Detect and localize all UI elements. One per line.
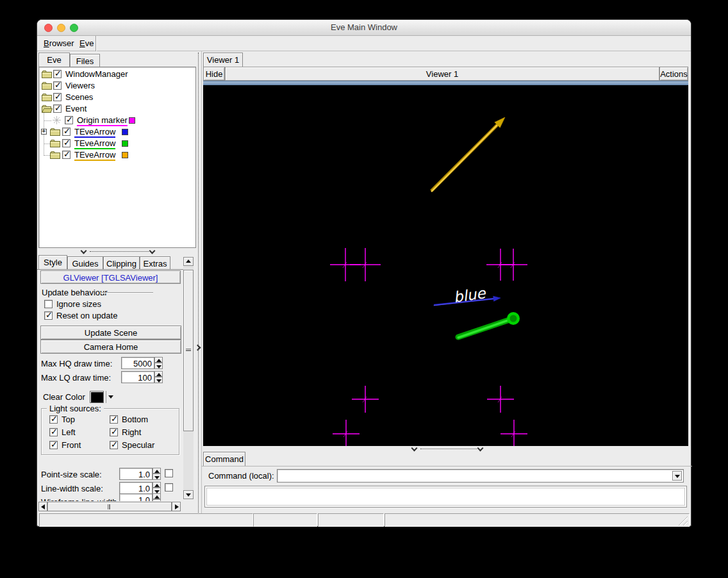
gl-viewport[interactable]: blue	[203, 85, 688, 446]
tree-item-origin-marker[interactable]: Origin marker	[39, 115, 195, 126]
collapse-up-icon[interactable]	[149, 248, 156, 254]
tree-item-label[interactable]: Viewers	[65, 81, 95, 92]
step-up-icon[interactable]	[154, 357, 163, 363]
collapse-up-icon[interactable]	[81, 248, 87, 254]
splitter-dotted-line	[420, 449, 477, 449]
command-output[interactable]	[204, 486, 687, 508]
tree-checkbox[interactable]	[62, 139, 70, 147]
scroll-up-icon[interactable]	[183, 257, 194, 266]
clear-color-swatch[interactable]	[90, 391, 104, 403]
tree-item-label[interactable]: TEveArrow	[74, 138, 115, 149]
tab-clipping[interactable]: Clipping	[103, 256, 140, 270]
scroll-left-icon[interactable]	[38, 502, 47, 511]
command-input[interactable]	[277, 469, 684, 483]
combo-dropdown-icon[interactable]	[672, 471, 682, 481]
tree-item-tevearrow-yellow[interactable]: TEveArrow	[39, 149, 195, 161]
tree-checkbox[interactable]	[53, 70, 62, 78]
title-bar[interactable]: Eve Main Window	[37, 20, 691, 36]
collapse-left-icon[interactable]	[195, 345, 201, 351]
tree-item-label[interactable]: Scenes	[65, 92, 93, 103]
line-width-input[interactable]: 1.0	[119, 482, 153, 494]
actions-button[interactable]: Actions	[659, 67, 688, 81]
max-lq-stepper[interactable]	[154, 371, 163, 383]
scroll-right-icon[interactable]	[172, 502, 181, 511]
tree-checkbox[interactable]	[53, 104, 62, 113]
scroll-down-icon[interactable]	[183, 490, 194, 499]
step-up-icon[interactable]	[154, 371, 163, 377]
max-lq-input[interactable]: 100	[121, 371, 154, 383]
collapse-up-icon[interactable]	[477, 445, 484, 452]
max-hq-input[interactable]: 5000	[121, 357, 154, 369]
status-bar-cell	[318, 513, 384, 527]
point-size-stepper[interactable]	[153, 468, 161, 480]
step-down-icon[interactable]	[153, 474, 161, 480]
hide-button[interactable]: Hide	[203, 67, 225, 81]
tree-item-windowmanager[interactable]: WindowManager	[39, 69, 195, 80]
menu-bar-divider	[95, 36, 97, 51]
light-left-checkbox[interactable]	[49, 428, 58, 436]
menu-eve[interactable]: Eve	[77, 38, 96, 49]
step-down-icon[interactable]	[153, 499, 161, 501]
update-scene-button[interactable]: Update Scene	[40, 326, 181, 340]
tab-eve[interactable]: Eve	[38, 53, 70, 67]
gl-viewer-editor: GLViewer [TGLSAViewer] Update behaviour …	[38, 270, 183, 501]
tree-item-tevearrow-green[interactable]: TEveArrow	[39, 138, 195, 149]
step-down-icon[interactable]	[154, 377, 163, 383]
step-down-icon[interactable]	[154, 363, 163, 369]
viewer-highlight-strip	[203, 81, 688, 85]
tab-files[interactable]: Files	[70, 54, 100, 67]
light-bottom-checkbox[interactable]	[110, 415, 118, 424]
tree-item-scenes[interactable]: Scenes	[39, 92, 195, 103]
light-top-checkbox[interactable]	[49, 415, 58, 424]
tree-checkbox[interactable]	[62, 151, 70, 159]
tree-item-label[interactable]: Origin marker	[77, 115, 128, 126]
tab-style[interactable]: Style	[38, 255, 67, 270]
reset-on-update-checkbox[interactable]	[44, 311, 53, 320]
arrow-label-blue: blue	[452, 285, 488, 306]
tree-item-label[interactable]: TEveArrow	[74, 127, 115, 138]
tree-item-label[interactable]: WindowManager	[65, 69, 128, 80]
tab-command[interactable]: Command	[203, 452, 245, 466]
tree-editor-splitter[interactable]	[37, 248, 196, 255]
tree-item-label[interactable]: TEveArrow	[74, 150, 115, 161]
ignore-sizes-checkbox[interactable]	[44, 300, 53, 308]
step-up-icon[interactable]	[153, 482, 161, 488]
tree-checkbox[interactable]	[53, 81, 62, 90]
light-front-checkbox[interactable]	[49, 441, 58, 449]
tree-item-event[interactable]: Event	[39, 103, 195, 115]
max-hq-stepper[interactable]	[154, 357, 163, 369]
step-up-icon[interactable]	[153, 468, 161, 474]
collapse-up-icon[interactable]	[411, 445, 418, 452]
glviewer-button[interactable]: GLViewer [TGLSAViewer]	[40, 270, 181, 284]
tree-checkbox[interactable]	[65, 116, 73, 124]
scrollbar-thumb[interactable]	[47, 502, 172, 511]
scrollbar-thumb[interactable]	[183, 270, 194, 431]
expand-icon[interactable]	[41, 129, 47, 135]
light-specular-checkbox[interactable]	[110, 441, 118, 449]
point-size-input[interactable]: 1.0	[119, 468, 153, 480]
point-size-checkbox[interactable]	[165, 469, 173, 477]
tab-guides[interactable]: Guides	[67, 256, 103, 270]
wireframe-stepper[interactable]	[153, 493, 161, 501]
clear-color-dropdown[interactable]	[106, 391, 115, 403]
step-up-icon[interactable]	[153, 493, 161, 499]
light-right-checkbox[interactable]	[110, 428, 118, 436]
camera-home-button[interactable]: Camera Home	[40, 340, 181, 354]
blue-arrow-head	[493, 296, 500, 301]
tab-extras[interactable]: Extras	[140, 256, 170, 270]
tab-viewer-1[interactable]: Viewer 1	[203, 53, 243, 67]
viewer-command-splitter[interactable]	[201, 446, 692, 452]
line-width-stepper[interactable]	[153, 482, 161, 494]
tree-item-viewers[interactable]: Viewers	[39, 80, 195, 92]
tree-checkbox[interactable]	[53, 93, 62, 101]
editor-horizontal-scrollbar[interactable]	[38, 502, 181, 511]
tree-item-tevearrow-blue[interactable]: TEveArrow	[39, 126, 195, 138]
tree-item-label[interactable]: Event	[65, 104, 87, 115]
editor-vertical-scrollbar[interactable]	[183, 257, 194, 499]
line-width-checkbox[interactable]	[165, 483, 173, 491]
wireframe-input[interactable]: 1.0	[119, 493, 153, 501]
viewer-title-bar[interactable]: Viewer 1	[225, 67, 659, 81]
panel-splitter[interactable]	[196, 53, 201, 514]
tree-checkbox[interactable]	[62, 128, 70, 136]
menu-browser[interactable]: Browser	[41, 38, 77, 49]
